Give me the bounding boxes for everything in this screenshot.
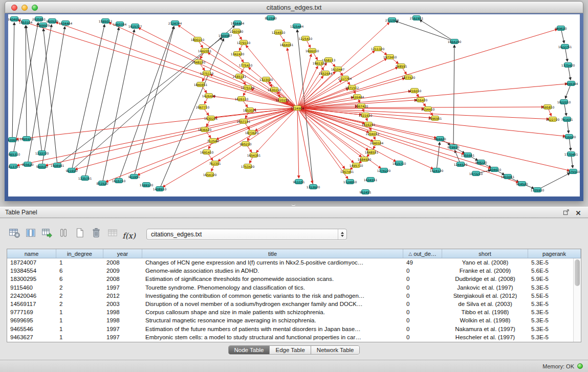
network-node[interactable]: 1616251 [364,122,373,127]
network-node[interactable]: 2162951 [412,15,421,20]
network-node[interactable]: 1442051 [201,48,209,53]
network-node[interactable]: 1124810 [346,179,354,184]
table-row[interactable]: 1872400712008Changes of HCN gene express… [7,258,581,267]
network-node[interactable]: 1426420 [205,93,213,98]
network-node[interactable]: 1355951 [464,152,472,158]
network-node[interactable]: 921910 [68,168,76,173]
network-node[interactable]: 1323020 [262,77,270,82]
network-node[interactable]: 2057151 [239,119,248,124]
network-node[interactable]: 2185151 [235,74,244,79]
network-node[interactable]: 1375420 [564,62,572,68]
function-builder-icon[interactable]: f(x) [122,229,136,243]
network-node[interactable]: 1604651 [10,16,18,21]
network-node[interactable]: 1770451 [567,151,575,157]
network-node[interactable]: 1873620 [248,130,256,135]
column-header-year[interactable]: year [103,249,142,258]
network-node[interactable]: 1753420 [244,164,252,169]
network-node[interactable]: 1652644 [321,71,330,76]
network-node[interactable]: 1724904 [293,105,301,111]
network-node[interactable]: 1221610 [361,113,369,118]
table-row[interactable]: 1830029562008Estimation of significance … [7,275,581,283]
table-row[interactable]: 911546021997Tourette syndrome. Phenomeno… [7,283,581,292]
network-node[interactable]: 1775410 [242,62,250,68]
window-titlebar[interactable]: citations_edges.txt [5,1,583,13]
tab-network-table[interactable]: Network Table [311,346,360,354]
network-node[interactable]: 1854404 [233,20,242,26]
network-node[interactable]: 1848551 [367,149,376,155]
network-node[interactable]: 590510 [38,164,46,169]
network-node[interactable]: 1675510 [569,169,577,174]
network-node[interactable]: 1524120 [432,168,441,173]
network-node[interactable]: 1630210 [270,87,278,92]
network-node[interactable]: 1654320 [206,172,214,177]
network-node[interactable]: 1254810 [274,30,282,35]
show-columns-icon[interactable] [24,226,38,240]
network-node[interactable]: 1275120 [244,85,252,90]
network-node[interactable]: 1654351 [250,152,258,158]
table-settings-icon[interactable] [7,226,21,240]
network-node[interactable]: 1604610 [490,167,498,172]
column-header-in_degree[interactable]: in_degree [56,249,103,258]
network-node[interactable]: 679910 [449,144,458,149]
network-node[interactable]: 1096951 [431,116,439,121]
network-node[interactable]: 1836620 [201,127,209,132]
network-node[interactable]: 1973410 [386,54,394,59]
network-node[interactable]: 2035851 [35,16,43,21]
network-node[interactable]: 1225444 [293,24,301,29]
network-node[interactable]: 741651 [563,117,571,122]
table-row[interactable]: 1938455462009Genome-wide association stu… [7,267,581,275]
network-node[interactable]: 1705910 [533,187,541,192]
network-node[interactable]: 1526110 [237,96,246,101]
close-panel-icon[interactable]: ✕ [574,209,583,217]
network-node[interactable]: 1274220 [380,168,388,173]
network-node[interactable]: 1569929 [39,23,47,28]
network-node[interactable]: 872520 [98,181,106,186]
network-node[interactable]: 1275110 [203,71,211,76]
network-node[interactable]: 1664051 [282,42,291,47]
network-node[interactable]: 1342420 [233,51,242,56]
network-node[interactable]: 1895920 [23,136,31,141]
network-node[interactable]: 1800210 [193,37,202,42]
network-node[interactable]: 1840851 [197,82,205,87]
network-node[interactable]: 952451 [361,189,369,194]
import-table-icon[interactable] [40,226,54,240]
network-node[interactable]: 949610 [557,26,565,31]
tab-edge-table[interactable]: Edge Table [270,346,311,354]
table-row[interactable]: 977716911998Corpus callosum shape and si… [7,308,581,316]
scrollbar-thumb[interactable] [575,259,580,286]
rows-icon[interactable] [56,226,71,240]
network-node[interactable]: 1073210 [472,171,480,176]
network-node[interactable]: 1569987 [221,33,229,38]
network-node[interactable]: 2040104 [373,140,381,145]
network-node[interactable]: 1691410 [203,149,211,155]
table-selector[interactable]: citations_edges.txt [146,229,347,240]
table-row[interactable]: 1456911722003Disruption of a novel membe… [7,300,581,308]
network-node[interactable]: 1961320 [315,60,323,65]
network-node[interactable]: 1216020 [565,134,573,139]
column-header-title[interactable]: title [142,249,403,258]
network-node[interactable]: 1853104 [21,19,30,25]
network-node[interactable]: 1871512 [348,85,356,90]
new-table-icon[interactable] [73,226,87,240]
network-node[interactable]: 924520 [518,181,526,186]
network-node[interactable]: 1622720 [549,117,557,122]
network-node[interactable]: 1022010 [560,99,568,104]
splitter-handle[interactable] [292,203,295,205]
network-node[interactable]: 1615710 [115,178,123,183]
network-node[interactable]: 1408910 [156,186,164,191]
table-row[interactable]: 2242004622012Investigating the contribut… [7,292,581,300]
network-node[interactable]: 2520651 [8,137,16,142]
network-node[interactable]: 1803051 [504,174,512,179]
network-node[interactable]: 1225410 [301,36,310,41]
network-node[interactable]: 2122920 [388,17,396,23]
network-node[interactable]: 1313620 [309,184,317,189]
network-node[interactable]: 2117704 [341,76,349,81]
column-header-out_de[interactable]: △out_de… [403,249,442,258]
network-node[interactable]: 1610447 [334,67,342,72]
network-node[interactable]: 1630251 [207,116,215,121]
network-node[interactable]: 1065310 [9,151,17,157]
network-node[interactable]: 948220 [477,160,485,165]
zoom-button[interactable] [32,5,38,11]
column-header-name[interactable]: name [7,249,56,258]
network-node[interactable]: 712540 [209,138,217,143]
